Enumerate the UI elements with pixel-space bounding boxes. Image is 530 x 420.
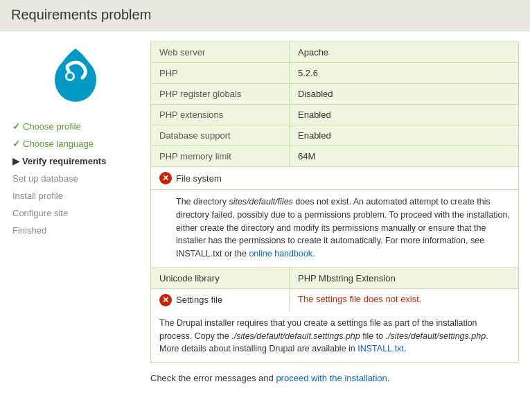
table-row: PHP memory limit 64M bbox=[151, 146, 518, 166]
proceed-link[interactable]: proceed with the installation bbox=[276, 373, 387, 383]
main-content: Web server Apache PHP 5.2.6 PHP register… bbox=[150, 42, 519, 383]
nav-label-choose-profile: Choose profile bbox=[23, 121, 81, 132]
drupal-logo-icon bbox=[44, 42, 107, 104]
svg-point-2 bbox=[67, 73, 73, 79]
value-database-support: Enabled bbox=[290, 125, 518, 146]
nav-item-choose-profile[interactable]: ✓ Choose profile bbox=[11, 118, 139, 135]
online-handbook-link[interactable]: online handbook bbox=[249, 249, 312, 259]
nav-label-verify-requirements: Verify requirements bbox=[22, 156, 106, 166]
settings-file-value: The settings file does not exist. bbox=[290, 289, 518, 311]
sidebar: ✓ Choose profile ✓ Choose language ▶ Ver… bbox=[11, 42, 139, 383]
value-php: 5.2.6 bbox=[290, 63, 518, 83]
settings-description: The Drupal installer requires that you c… bbox=[151, 311, 518, 362]
table-row: Database support Enabled bbox=[151, 125, 518, 146]
label-php-extensions: PHP extensions bbox=[151, 105, 290, 125]
page-title: Requirements problem bbox=[0, 0, 530, 30]
file-system-description: The directory sites/default/files does n… bbox=[151, 190, 518, 268]
label-php-memory: PHP memory limit bbox=[151, 146, 290, 166]
error-icon: ✕ bbox=[159, 172, 172, 184]
unicode-label: Unicode library bbox=[151, 268, 290, 288]
value-php-register-globals: Disabled bbox=[290, 84, 518, 104]
value-web-server: Apache bbox=[290, 42, 518, 62]
nav-label-configure-site: Configure site bbox=[12, 208, 68, 218]
arrow-icon: ▶ bbox=[12, 156, 19, 166]
footer-text: Check the error messages and proceed wit… bbox=[150, 373, 519, 383]
nav-item-configure-site: Configure site bbox=[11, 204, 139, 222]
settings-error-header-left: ✕ Settings file bbox=[151, 289, 290, 311]
file-system-error-block: ✕ File system The directory sites/defaul… bbox=[150, 167, 519, 268]
nav-item-set-up-database: Set up database bbox=[11, 170, 139, 187]
settings-file-label: Settings file bbox=[176, 295, 222, 305]
value-php-extensions: Enabled bbox=[290, 105, 518, 125]
value-php-memory: 64M bbox=[290, 146, 518, 166]
footer-period: . bbox=[387, 373, 390, 383]
nav-label-choose-language: Choose language bbox=[23, 139, 94, 149]
unicode-row: Unicode library PHP Mbstring Extension bbox=[150, 268, 519, 289]
nav-item-choose-language[interactable]: ✓ Choose language bbox=[11, 135, 139, 152]
label-php-register-globals: PHP register globals bbox=[151, 84, 290, 104]
nav-list: ✓ Choose profile ✓ Choose language ▶ Ver… bbox=[11, 118, 139, 239]
label-web-server: Web server bbox=[151, 42, 290, 62]
table-row: Web server Apache bbox=[151, 42, 518, 63]
unicode-value: PHP Mbstring Extension bbox=[290, 268, 518, 288]
checkmark-icon: ✓ bbox=[12, 121, 20, 132]
table-row: PHP 5.2.6 bbox=[151, 63, 518, 84]
nav-label-install-profile: Install profile bbox=[12, 191, 63, 201]
settings-error-header-row: ✕ Settings file The settings file does n… bbox=[151, 289, 518, 311]
requirements-table: Web server Apache PHP 5.2.6 PHP register… bbox=[150, 42, 519, 167]
table-row: PHP extensions Enabled bbox=[151, 105, 518, 125]
settings-error-block: ✕ Settings file The settings file does n… bbox=[150, 289, 519, 363]
file-system-error-header: ✕ File system bbox=[151, 167, 518, 190]
checkmark-icon: ✓ bbox=[12, 139, 20, 149]
label-php: PHP bbox=[151, 63, 290, 83]
nav-label-set-up-database: Set up database bbox=[12, 173, 78, 184]
nav-label-finished: Finished bbox=[12, 225, 46, 236]
logo-area bbox=[11, 42, 139, 104]
install-txt-link[interactable]: INSTALL.txt bbox=[357, 344, 403, 353]
nav-item-install-profile: Install profile bbox=[11, 187, 139, 204]
footer-text-before: Check the error messages and bbox=[150, 373, 274, 383]
file-system-label: File system bbox=[176, 173, 222, 184]
error-icon-settings: ✕ bbox=[159, 294, 172, 306]
nav-item-verify-requirements[interactable]: ▶ Verify requirements bbox=[11, 152, 139, 170]
table-row: PHP register globals Disabled bbox=[151, 84, 518, 105]
label-database-support: Database support bbox=[151, 125, 290, 146]
nav-item-finished: Finished bbox=[11, 222, 139, 239]
